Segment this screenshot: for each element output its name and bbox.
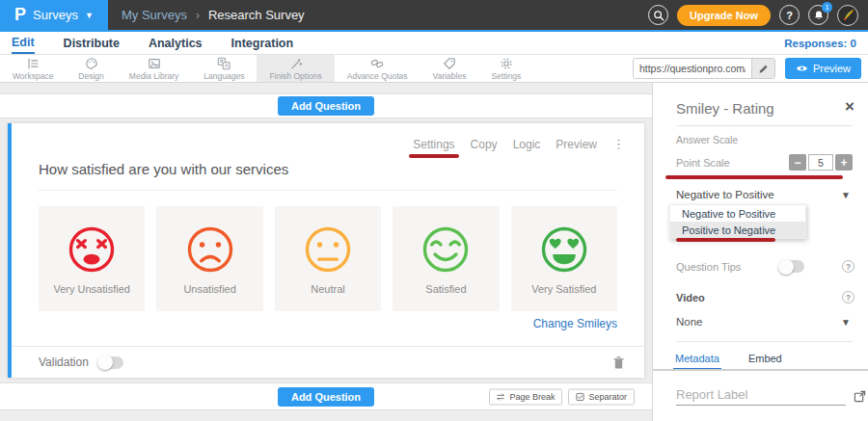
help-icon: ?	[786, 10, 793, 21]
divider	[676, 125, 853, 126]
kebab-menu-icon[interactable]: ⋮	[612, 137, 625, 151]
close-icon[interactable]: ×	[845, 97, 854, 117]
delete-question-button[interactable]	[612, 355, 625, 370]
toolbar-right: Preview	[633, 55, 868, 82]
smiley-option-neutral[interactable]: Neutral	[275, 206, 381, 311]
validation-row: Validation	[12, 346, 644, 378]
svg-text:A: A	[225, 63, 229, 68]
survey-url-input[interactable]	[634, 59, 751, 78]
upgrade-now-button[interactable]: Upgrade Now	[677, 5, 771, 26]
toggle-knob	[778, 259, 794, 275]
chevron-down-icon: ▼	[85, 11, 94, 20]
nav-tab-analytics[interactable]: Analytics	[149, 32, 203, 54]
video-help-icon[interactable]: ?	[842, 291, 854, 303]
smiley-option-very-unsatisfied[interactable]: Very Unsatisfied	[39, 206, 145, 311]
crying-face-icon	[66, 224, 118, 276]
smiley-option-satisfied[interactable]: Satisfied	[393, 206, 499, 311]
video-row: Video ?	[676, 291, 854, 303]
point-scale-value: 5	[808, 154, 833, 171]
tab-embed[interactable]: Embed	[746, 350, 784, 370]
smiley-scale: Very Unsatisfied Unsatisfied	[39, 206, 617, 311]
responses-count[interactable]: Responses: 0	[784, 38, 856, 49]
option-positive-to-negative[interactable]: Positive to Negative	[670, 222, 805, 238]
media-library-icon	[148, 57, 161, 70]
trash-icon	[612, 355, 625, 370]
breadcrumb-my-surveys[interactable]: My Surveys	[122, 8, 187, 22]
increase-scale-button[interactable]: +	[835, 154, 853, 171]
page-break-button[interactable]: Page Break	[489, 388, 562, 405]
toolbar-item-design[interactable]: Design	[66, 55, 116, 82]
separator-button[interactable]: Separator	[568, 388, 635, 405]
add-question-band-bottom: Add Question Page Break Separator	[0, 382, 652, 410]
search-icon	[653, 10, 665, 21]
smiley-label: Very Unsatisfied	[53, 283, 129, 295]
chevron-down-icon: ▼	[841, 317, 851, 328]
smiley-label: Satisfied	[425, 283, 466, 295]
report-label-input[interactable]	[676, 385, 846, 406]
preview-button[interactable]: Preview	[785, 58, 861, 79]
languages-icon: A	[217, 57, 231, 70]
edit-url-button[interactable]	[751, 59, 774, 78]
toolbar-item-settings[interactable]: Settings	[478, 55, 533, 82]
tab-metadata[interactable]: Metadata	[673, 350, 721, 370]
toolbar-item-advance-quotas[interactable]: Advance Quotas	[335, 55, 420, 82]
question-tips-row: Question Tips ?	[676, 260, 854, 273]
question-title[interactable]: How satisfied are you with our services	[39, 161, 617, 191]
workspace-icon	[26, 57, 40, 70]
divider	[676, 341, 853, 342]
nav-tab-integration[interactable]: Integration	[231, 32, 294, 54]
help-button[interactable]: ?	[779, 5, 800, 25]
toolbar-item-finish-options[interactable]: Finish Options	[257, 55, 334, 82]
toolbar-label: Settings	[491, 71, 521, 81]
toolbar-item-media-library[interactable]: Media Library	[117, 55, 192, 82]
smiley-option-unsatisfied[interactable]: Unsatisfied	[156, 206, 262, 311]
notifications-button[interactable]: 1	[808, 5, 828, 25]
variables-icon	[443, 57, 456, 70]
question-tips-help-icon[interactable]: ?	[842, 260, 854, 273]
tabs-underline	[653, 369, 868, 371]
notification-badge: 1	[822, 2, 832, 13]
nav-tab-distribute[interactable]: Distribute	[64, 32, 120, 54]
nav-tab-edit[interactable]: Edit	[12, 32, 35, 54]
toolbar-item-workspace[interactable]: Workspace	[0, 55, 66, 82]
question-tab-copy[interactable]: Copy	[471, 138, 498, 151]
finish-options-icon	[289, 57, 303, 70]
toolbar-item-variables[interactable]: Variables	[420, 55, 479, 82]
validation-toggle[interactable]	[98, 356, 123, 369]
add-question-button-top[interactable]: Add Question	[278, 96, 374, 116]
change-smileys-link[interactable]: Change Smileys	[39, 317, 617, 330]
question-tab-settings[interactable]: Settings	[413, 138, 454, 151]
smiley-option-very-satisfied[interactable]: Very Satisfied	[511, 206, 617, 311]
decrease-scale-button[interactable]: −	[789, 154, 806, 171]
avatar[interactable]	[837, 5, 858, 26]
add-question-band-top: Add Question	[0, 93, 652, 118]
panel-title: Smiley - Rating	[676, 100, 774, 117]
annotation-underline-point-scale	[665, 175, 843, 179]
toolbar-label: Languages	[203, 71, 244, 81]
scale-direction-select[interactable]: Negative to Positive ▼	[676, 189, 851, 200]
search-button[interactable]	[648, 5, 668, 25]
video-select[interactable]: None ▼	[676, 316, 851, 328]
question-tab-logic[interactable]: Logic	[513, 138, 541, 151]
page-break-icon	[497, 392, 505, 401]
question-tips-toggle[interactable]	[779, 260, 804, 273]
report-label-row	[676, 385, 856, 406]
advance-quotas-icon	[370, 57, 384, 70]
question-tab-preview[interactable]: Preview	[556, 138, 597, 151]
toolbar-label: Design	[78, 71, 103, 81]
toggle-knob	[97, 355, 113, 370]
add-question-button-bottom[interactable]: Add Question	[278, 387, 374, 407]
preview-button-label: Preview	[813, 63, 851, 74]
separator-label: Separator	[588, 392, 627, 402]
surveys-product-menu[interactable]: P Surveys ▼	[0, 0, 108, 30]
survey-nav: Edit Distribute Analytics Integration Re…	[0, 32, 868, 55]
neutral-face-icon	[302, 224, 354, 276]
header-actions: Upgrade Now ? 1	[648, 5, 868, 26]
heart-eyes-face-icon	[538, 224, 590, 276]
toolbar-item-languages[interactable]: A Languages	[191, 55, 257, 82]
toolbar-label: Advance Quotas	[347, 71, 408, 81]
option-negative-to-positive[interactable]: Negative to Positive	[670, 205, 805, 222]
expand-report-label-button[interactable]	[854, 390, 866, 406]
survey-url-box	[633, 58, 775, 79]
answer-scale-heading: Answer Scale	[676, 134, 738, 145]
